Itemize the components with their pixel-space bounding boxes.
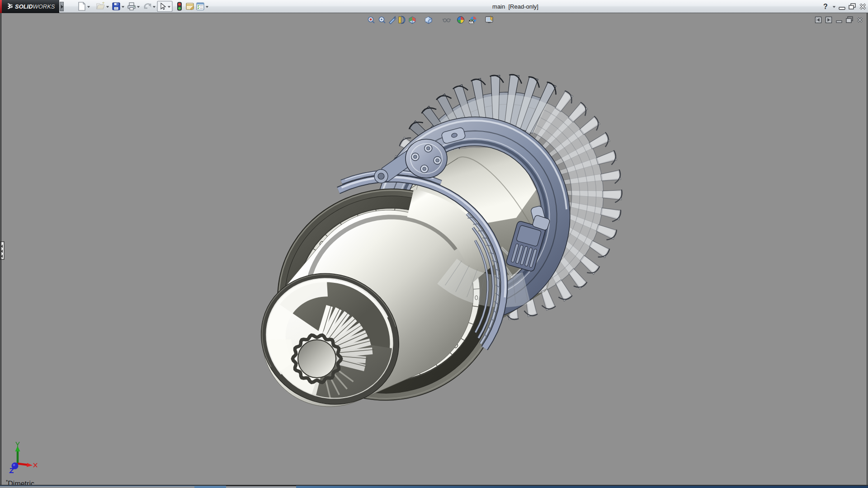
svg-text:?: ? [823,3,828,10]
svg-text:SOLIDWORKS: SOLIDWORKS [15,3,55,10]
